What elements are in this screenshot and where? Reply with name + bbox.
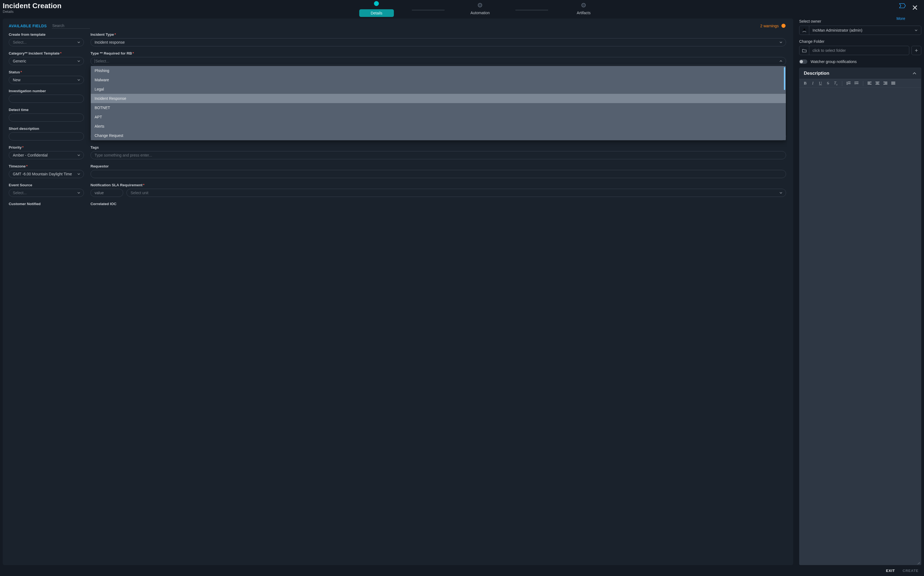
tags-input[interactable] (91, 151, 786, 159)
step-artifacts[interactable]: Artifacts (548, 3, 619, 15)
dropdown-scrollbar[interactable] (784, 67, 785, 90)
chevron-down-icon (911, 26, 921, 35)
page-title-block: Incident Creation Details (3, 2, 62, 14)
warnings-indicator[interactable]: 2 warnings (760, 24, 787, 28)
step-automation[interactable]: Automation (445, 3, 515, 15)
type-rb-select[interactable]: Select... Phishing Malware Legal Inciden… (91, 57, 786, 65)
category-template-select[interactable]: Generic (9, 57, 84, 65)
svg-point-0 (804, 29, 805, 30)
dropdown-option-alerts[interactable]: Alerts (91, 122, 786, 131)
change-folder-field[interactable]: click to select folder (799, 46, 909, 55)
field-label: Priority* (9, 146, 84, 149)
description-panel: Description B I U S Tx 12 (799, 68, 921, 565)
svg-rect-8 (856, 83, 858, 84)
field-event-source: Event Source Select... (9, 183, 84, 197)
status-select[interactable]: New (9, 76, 84, 84)
svg-point-7 (855, 83, 855, 84)
clear-format-button[interactable]: Tx (834, 81, 838, 86)
watcher-notifications-toggle[interactable] (799, 59, 808, 64)
step-details[interactable]: Details (341, 1, 412, 17)
detect-time-input[interactable] (9, 114, 84, 122)
dropdown-option-legal[interactable]: Legal (91, 85, 786, 94)
event-source-select[interactable]: Select... (9, 189, 84, 197)
type-rb-dropdown: Phishing Malware Legal Incident Response… (91, 66, 786, 140)
step-dot-icon (581, 3, 586, 7)
available-fields-search-input[interactable] (52, 23, 90, 29)
available-fields-heading: AVAILABLE FIELDS (9, 24, 47, 28)
field-type-rb: Type ** Required for RB* Select... Phish… (91, 51, 786, 65)
select-value: Select... (13, 190, 27, 195)
field-label: Tags (91, 146, 786, 149)
align-left-button[interactable] (868, 81, 872, 85)
bookmark-icon[interactable] (898, 3, 906, 9)
field-sla: Notification SLA Requirement* Select uni… (91, 183, 786, 197)
unordered-list-button[interactable] (854, 81, 859, 85)
requestor-input[interactable] (91, 170, 786, 178)
svg-rect-9 (868, 82, 871, 82)
field-label: Create from template (9, 32, 84, 37)
description-title: Description (804, 70, 830, 76)
field-label: Customer Notified (9, 202, 84, 206)
description-editor[interactable] (800, 88, 921, 565)
investigation-number-input[interactable] (9, 94, 84, 103)
sla-unit-select[interactable]: Select unit (126, 189, 786, 197)
watcher-notifications-label: Watcher group notifications (811, 59, 857, 64)
svg-rect-2 (848, 82, 851, 82)
close-icon[interactable]: ✕ (912, 3, 918, 12)
folder-icon (800, 46, 809, 55)
field-label: Type ** Required for RB* (91, 51, 786, 55)
dropdown-option-phishing[interactable]: Phishing (91, 66, 786, 75)
field-incident-type: Incident Type* Incident response (91, 32, 786, 46)
align-right-button[interactable] (883, 81, 887, 85)
svg-rect-17 (883, 84, 887, 85)
select-value: Incident response (94, 40, 125, 45)
footer-actions: EXIT CREATE (0, 565, 924, 576)
ordered-list-button[interactable]: 12 (847, 81, 851, 85)
dropdown-option-malware[interactable]: Malware (91, 75, 786, 85)
align-center-button[interactable] (876, 81, 879, 85)
field-create-from-template: Create from template Select... (9, 32, 84, 46)
field-priority: Priority* Amber - Confidential (9, 146, 84, 159)
select-owner-field[interactable]: IncMan Administrator (admin) (799, 26, 921, 35)
create-from-template-select[interactable]: Select... (9, 38, 84, 46)
owner-value: IncMan Administrator (admin) (809, 26, 911, 35)
warnings-text: 2 warnings (760, 24, 779, 28)
field-category-template: Category** Incident Template* Generic (9, 51, 84, 65)
dropdown-option-apt[interactable]: APT (91, 112, 786, 122)
exit-button[interactable]: EXIT (886, 569, 895, 573)
chevron-down-icon (77, 41, 80, 44)
chevron-down-icon (77, 78, 80, 82)
strikethrough-button[interactable]: S (826, 81, 830, 86)
svg-point-5 (855, 82, 855, 83)
underline-button[interactable]: U (819, 81, 822, 86)
add-folder-button[interactable] (911, 46, 921, 55)
dropdown-option-incident-response[interactable]: Incident Response (91, 94, 786, 103)
bold-button[interactable]: B (803, 81, 807, 86)
chevron-down-icon (779, 191, 782, 194)
step-connector (515, 10, 548, 10)
sla-value-input[interactable] (91, 189, 123, 197)
field-investigation-number: Investigation number (9, 89, 84, 103)
short-description-input[interactable] (9, 132, 84, 141)
dropdown-option-botnet[interactable]: BOTNET (91, 103, 786, 112)
chevron-up-icon[interactable] (912, 71, 917, 75)
svg-rect-19 (891, 83, 895, 83)
priority-select[interactable]: Amber - Confidential (9, 151, 84, 159)
svg-rect-20 (891, 84, 895, 85)
chevron-down-icon (77, 154, 80, 157)
create-button[interactable]: CREATE (903, 569, 919, 573)
field-detect-time: Detect time (9, 108, 84, 122)
svg-text:2: 2 (847, 83, 848, 85)
incident-type-select[interactable]: Incident response (91, 38, 786, 46)
chevron-down-icon (77, 59, 80, 63)
change-folder-label: Change Folder (799, 39, 921, 44)
italic-button[interactable]: I (811, 81, 815, 86)
timezone-select[interactable]: GMT -6.00 Mountain Daylight Time (9, 170, 84, 178)
field-status: Status* New (9, 70, 84, 84)
dropdown-option-change-request[interactable]: Change Request (91, 131, 786, 140)
step-connector (412, 10, 445, 10)
align-justify-button[interactable] (891, 81, 895, 85)
side-panel: Select owner IncMan Administrator (admin… (793, 19, 921, 565)
resize-handle-icon[interactable] (917, 561, 920, 564)
field-requestor: Requestor (91, 164, 786, 178)
